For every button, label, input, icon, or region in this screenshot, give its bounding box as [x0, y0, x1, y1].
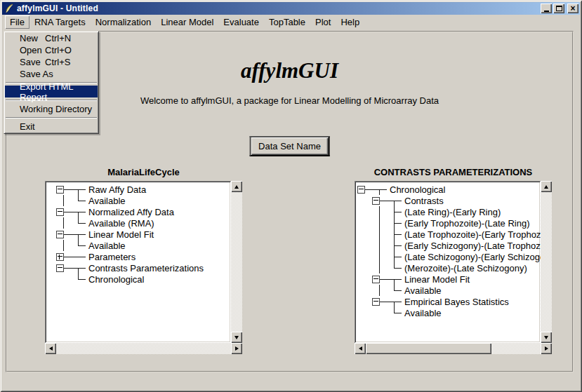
- tree-minus-icon[interactable]: [56, 206, 71, 217]
- tree-row[interactable]: Normalized Affy Data: [56, 206, 229, 217]
- expand-box[interactable]: [357, 186, 365, 194]
- menu-item-save-as[interactable]: Save As: [5, 68, 98, 80]
- left-tree-listbox[interactable]: Raw Affy DataAvailableNormalized Affy Da…: [45, 181, 231, 343]
- horizontal-scrollbar-track[interactable]: [366, 343, 541, 354]
- tree-row[interactable]: Contrasts Parameterizations: [56, 262, 229, 273]
- scroll-left-button[interactable]: [355, 343, 366, 354]
- tree-item-label[interactable]: Available (RMA): [88, 218, 154, 229]
- menu-item-exit[interactable]: Exit: [5, 121, 98, 133]
- left-vertical-scrollbar[interactable]: [231, 181, 242, 343]
- tree-row[interactable]: Available (RMA): [56, 217, 229, 229]
- tree-item-label[interactable]: Chronological: [390, 184, 446, 195]
- tree-row[interactable]: (Merozoite)-(Late Schizogony): [357, 262, 538, 273]
- tree-row[interactable]: Contrasts: [357, 195, 538, 206]
- expand-box[interactable]: [56, 231, 64, 238]
- vertical-scrollbar-track[interactable]: [231, 192, 242, 332]
- vertical-scrollbar-track[interactable]: [541, 192, 552, 332]
- tree-item-label[interactable]: Contrasts Parameterizations: [88, 263, 204, 273]
- maximize-button[interactable]: [553, 4, 564, 13]
- expand-box[interactable]: [372, 197, 380, 205]
- close-button[interactable]: ×: [567, 4, 578, 13]
- tree-row[interactable]: Linear Model Fit: [56, 229, 229, 240]
- menu-item-export-html-report[interactable]: Export HTML Report: [5, 86, 98, 97]
- tree-minus-icon[interactable]: [372, 296, 387, 307]
- tree-row[interactable]: (Late Trophozoite)-(Early Trophozoite): [357, 229, 538, 240]
- horizontal-scrollbar-track[interactable]: [56, 343, 231, 354]
- tree-item-label[interactable]: (Late Ring)-(Early Ring): [404, 207, 501, 217]
- tree-item-label[interactable]: Linear Model Fit: [404, 274, 470, 285]
- expand-box[interactable]: [56, 253, 64, 261]
- tree-item-label[interactable]: Raw Affy Data: [88, 184, 146, 195]
- data-set-name-button[interactable]: Data Set Name: [249, 136, 330, 156]
- menu-help[interactable]: Help: [336, 15, 364, 29]
- tree-minus-icon[interactable]: [56, 184, 71, 195]
- tree-row[interactable]: Chronological: [357, 184, 538, 195]
- menu-toptable[interactable]: TopTable: [264, 15, 310, 29]
- tree-row[interactable]: Chronological: [56, 273, 229, 285]
- menu-rna-targets[interactable]: RNA Targets: [29, 15, 91, 29]
- tree-item-label[interactable]: Chronological: [88, 274, 145, 285]
- tree-minus-icon[interactable]: [372, 273, 387, 285]
- right-tree-listbox[interactable]: ChronologicalContrasts(Late Ring)-(Early…: [355, 181, 541, 343]
- tree-minus-icon[interactable]: [357, 184, 372, 195]
- scroll-left-button[interactable]: [45, 343, 56, 354]
- tree-item-label[interactable]: Normalized Affy Data: [88, 207, 174, 217]
- menu-item-new[interactable]: NewCtrl+N: [5, 32, 98, 44]
- menu-file[interactable]: File: [5, 15, 29, 29]
- minimize-button[interactable]: [541, 4, 552, 13]
- menu-item-open[interactable]: OpenCtrl+O: [5, 44, 98, 56]
- tree-row[interactable]: Available: [56, 195, 229, 206]
- expand-box[interactable]: [56, 208, 64, 216]
- tree-minus-icon[interactable]: [56, 262, 71, 273]
- expand-box[interactable]: [56, 264, 64, 272]
- tree-row[interactable]: Linear Model Fit: [357, 273, 538, 285]
- tree-row[interactable]: Available: [357, 307, 538, 318]
- tree-row[interactable]: (Late Ring)-(Early Ring): [357, 206, 538, 217]
- scroll-down-button[interactable]: [231, 332, 242, 343]
- tree-item-label[interactable]: Parameters: [88, 252, 135, 262]
- tree-row[interactable]: Available: [357, 285, 538, 296]
- menu-linear-model[interactable]: Linear Model: [156, 15, 218, 29]
- tree-item-label[interactable]: (Early Schizogony)-(Late Trophozoite): [404, 241, 541, 251]
- tree-item-label[interactable]: (Late Schizogony)-(Early Schizogony): [404, 252, 541, 262]
- tree-item-label[interactable]: Available: [404, 285, 442, 296]
- tree-item-label[interactable]: (Merozoite)-(Late Schizogony): [404, 263, 527, 273]
- menu-evaluate[interactable]: Evaluate: [218, 15, 264, 29]
- right-vertical-scrollbar[interactable]: [541, 181, 552, 343]
- scroll-up-button[interactable]: [541, 181, 552, 192]
- scroll-right-button[interactable]: [231, 343, 242, 354]
- tree-item-label[interactable]: Linear Model Fit: [88, 229, 154, 240]
- horizontal-scrollbar-thumb[interactable]: [366, 343, 491, 354]
- tree-row[interactable]: Available: [56, 240, 229, 251]
- tree-item-label[interactable]: (Early Trophozoite)-(Late Ring): [404, 218, 529, 229]
- tree-minus-icon[interactable]: [372, 195, 387, 206]
- expand-box[interactable]: [372, 276, 380, 283]
- menu-normalization[interactable]: Normalization: [91, 15, 156, 29]
- tree-item-label[interactable]: Empirical Bayes Statistics: [404, 297, 509, 307]
- tree-item-label[interactable]: (Late Trophozoite)-(Early Trophozoite): [404, 229, 541, 240]
- tree-item-label[interactable]: Available: [88, 241, 126, 251]
- tree-plus-icon[interactable]: [56, 251, 71, 262]
- tree-row[interactable]: Empirical Bayes Statistics: [357, 296, 538, 307]
- expand-box[interactable]: [56, 186, 64, 194]
- menu-item-working-directory[interactable]: Working Directory: [5, 103, 98, 115]
- left-horizontal-scrollbar[interactable]: [45, 343, 242, 354]
- scroll-down-button[interactable]: [541, 332, 552, 343]
- tree-item-label[interactable]: Available: [404, 308, 442, 318]
- tree-line: [387, 217, 402, 229]
- tree-item-label[interactable]: Contrasts: [404, 196, 444, 206]
- scroll-up-button[interactable]: [231, 181, 242, 192]
- scroll-right-button[interactable]: [541, 343, 552, 354]
- tree-row[interactable]: (Late Schizogony)-(Early Schizogony): [357, 251, 538, 262]
- tree-minus-icon[interactable]: [56, 229, 71, 240]
- tree-row[interactable]: Parameters: [56, 251, 229, 262]
- menu-item-save[interactable]: SaveCtrl+S: [5, 56, 98, 68]
- tree-row[interactable]: (Early Trophozoite)-(Late Ring): [357, 217, 538, 229]
- tree-item-label[interactable]: Available: [88, 196, 126, 206]
- expand-box[interactable]: [372, 298, 380, 306]
- titlebar[interactable]: affylmGUI - Untitled ×: [2, 2, 580, 15]
- menu-plot[interactable]: Plot: [310, 15, 336, 29]
- tree-row[interactable]: Raw Affy Data: [56, 184, 229, 195]
- right-horizontal-scrollbar[interactable]: [355, 343, 552, 354]
- tree-row[interactable]: (Early Schizogony)-(Late Trophozoite): [357, 240, 538, 251]
